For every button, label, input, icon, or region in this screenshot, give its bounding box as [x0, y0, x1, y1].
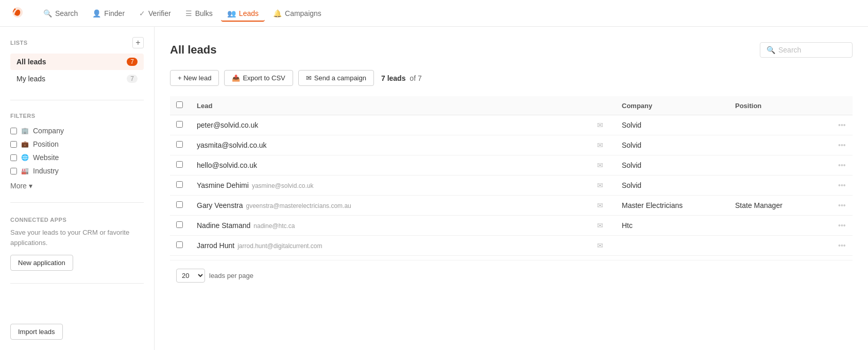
- position-filter-icon: 💼: [21, 141, 29, 148]
- row-checkbox[interactable]: [176, 201, 183, 208]
- table-row: peter@solvid.co.uk✉Solvid•••: [170, 115, 853, 135]
- nav-verifier[interactable]: ✓ Verifier: [133, 6, 177, 22]
- nav-leads-label: Leads: [239, 9, 259, 18]
- new-application-button[interactable]: New application: [10, 255, 73, 271]
- table-header-row: Lead Company Position: [170, 96, 853, 115]
- add-list-button[interactable]: +: [132, 37, 144, 48]
- lead-email-secondary: jarrod.hunt@digitalcurrent.com: [237, 242, 322, 250]
- my-leads-label: My leads: [16, 75, 45, 83]
- position-cell: [729, 236, 832, 256]
- search-box[interactable]: 🔍 Search: [760, 42, 853, 58]
- nav-leads[interactable]: 👥 Leads: [221, 6, 265, 22]
- table-row: Gary Veenstragveenstra@masterelectrician…: [170, 196, 853, 216]
- import-leads-button[interactable]: Import leads: [10, 324, 63, 340]
- new-lead-button[interactable]: + New lead: [170, 70, 219, 86]
- filter-position-checkbox[interactable]: [10, 141, 17, 148]
- lead-email: hello@solvid.co.uk: [197, 161, 257, 169]
- send-campaign-label: Send a campaign: [314, 74, 366, 82]
- filters-section: FILTERS 🏢 Company 💼 Position 🌐 Website 🏭: [0, 104, 154, 198]
- per-page-label: leads per page: [209, 272, 253, 279]
- email-icon: ✉: [597, 201, 603, 209]
- nav-campaigns[interactable]: 🔔 Campaigns: [267, 6, 328, 22]
- website-filter-icon: 🌐: [21, 154, 29, 161]
- email-icon-cell: ✉: [585, 135, 616, 155]
- more-options-icon[interactable]: •••: [838, 201, 846, 209]
- search-placeholder-text: Search: [778, 46, 801, 54]
- email-icon-cell: ✉: [585, 176, 616, 196]
- divider-3: [10, 283, 144, 284]
- more-actions-cell[interactable]: •••: [832, 236, 853, 256]
- nav-bulks[interactable]: ☰ Bulks: [179, 6, 219, 22]
- email-icon: ✉: [597, 241, 603, 250]
- filter-position-label: Position: [33, 140, 59, 148]
- divider-1: [10, 100, 144, 100]
- table-row: yasmita@solvid.co.uk✉Solvid•••: [170, 135, 853, 155]
- nav-search[interactable]: 🔍 Search: [37, 6, 84, 22]
- nav-finder[interactable]: 👤 Finder: [86, 6, 131, 22]
- export-icon: 📤: [232, 74, 240, 82]
- filter-industry[interactable]: 🏭 Industry: [10, 164, 144, 178]
- export-csv-label: Export to CSV: [243, 74, 285, 82]
- col-header-position: Position: [729, 96, 832, 115]
- email-icon-cell: ✉: [585, 115, 616, 135]
- all-leads-label: All leads: [16, 58, 46, 66]
- nav-verifier-label: Verifier: [148, 9, 171, 18]
- leads-nav-icon: 👥: [227, 9, 236, 18]
- row-checkbox[interactable]: [176, 241, 183, 248]
- nav-campaigns-label: Campaigns: [285, 9, 321, 18]
- position-cell: [729, 176, 832, 196]
- company-cell: Solvid: [616, 115, 729, 135]
- export-csv-button[interactable]: 📤 Export to CSV: [224, 70, 293, 86]
- filter-website[interactable]: 🌐 Website: [10, 151, 144, 164]
- select-all-checkbox[interactable]: [176, 101, 183, 108]
- lead-cell: peter@solvid.co.uk: [191, 115, 585, 135]
- more-actions-cell[interactable]: •••: [832, 115, 853, 135]
- filter-industry-checkbox[interactable]: [10, 168, 17, 174]
- more-actions-cell[interactable]: •••: [832, 176, 853, 196]
- filter-company-checkbox[interactable]: [10, 128, 17, 134]
- more-actions-cell[interactable]: •••: [832, 135, 853, 155]
- connected-apps-desc: Save your leads to your CRM or favorite …: [10, 227, 144, 248]
- sidebar: LISTS + All leads 7 My leads 7 FILTERS 🏢…: [0, 27, 155, 350]
- main-content: All leads 🔍 Search + New lead 📤 Export t…: [155, 27, 868, 350]
- email-icon: ✉: [597, 121, 603, 129]
- campaigns-nav-icon: 🔔: [273, 9, 282, 18]
- more-options-icon[interactable]: •••: [838, 161, 846, 169]
- more-actions-cell[interactable]: •••: [832, 155, 853, 176]
- lead-email: peter@solvid.co.uk: [197, 121, 258, 129]
- more-options-icon[interactable]: •••: [838, 141, 846, 149]
- row-checkbox[interactable]: [176, 141, 183, 148]
- filter-company[interactable]: 🏢 Company: [10, 124, 144, 137]
- row-checkbox[interactable]: [176, 181, 183, 188]
- more-filters-link[interactable]: More ▾: [10, 182, 144, 190]
- filter-company-label: Company: [33, 127, 64, 135]
- row-checkbox[interactable]: [176, 161, 183, 168]
- filter-website-checkbox[interactable]: [10, 154, 17, 161]
- email-icon-cell: ✉: [585, 236, 616, 256]
- more-options-icon[interactable]: •••: [838, 121, 846, 129]
- nav-items: 🔍 Search 👤 Finder ✓ Verifier ☰ Bulks 👥 L…: [37, 6, 328, 21]
- app-logo[interactable]: [10, 5, 25, 21]
- more-actions-cell[interactable]: •••: [832, 196, 853, 216]
- lead-email-secondary: yasmine@solvid.co.uk: [252, 182, 314, 189]
- row-checkbox[interactable]: [176, 121, 183, 128]
- more-actions-cell[interactable]: •••: [832, 216, 853, 236]
- send-campaign-button[interactable]: ✉ Send a campaign: [298, 70, 374, 86]
- more-options-icon[interactable]: •••: [838, 241, 846, 250]
- more-options-icon[interactable]: •••: [838, 181, 846, 189]
- filter-industry-label: Industry: [33, 167, 59, 175]
- connected-apps-section: CONNECTED APPS Save your leads to your C…: [0, 207, 154, 279]
- verifier-nav-icon: ✓: [139, 9, 145, 18]
- list-my-leads[interactable]: My leads 7: [10, 71, 144, 87]
- row-checkbox[interactable]: [176, 221, 183, 228]
- table-row: Nadine Stamandnadine@htc.ca✉Htc•••: [170, 216, 853, 236]
- list-all-leads[interactable]: All leads 7: [10, 54, 144, 70]
- per-page-select[interactable]: 20 50 100: [176, 269, 205, 283]
- more-options-icon[interactable]: •••: [838, 221, 846, 230]
- company-cell: Solvid: [616, 176, 729, 196]
- chevron-down-icon: ▾: [29, 182, 32, 190]
- search-nav-icon: 🔍: [43, 9, 52, 18]
- email-icon: ✉: [597, 141, 603, 149]
- filter-position[interactable]: 💼 Position: [10, 137, 144, 151]
- lead-cell: Jarrod Huntjarrod.hunt@digitalcurrent.co…: [191, 236, 585, 256]
